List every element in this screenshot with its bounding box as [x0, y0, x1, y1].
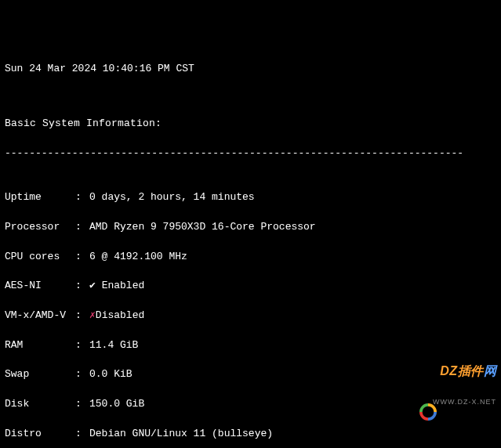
label-aes-ni: AES-NI	[5, 279, 75, 294]
value-swap: 0.0 KiB	[89, 367, 133, 382]
colon: :	[75, 309, 89, 323]
row-ram: RAM: 11.4 GiB	[5, 338, 496, 353]
divider: ----------------------------------------…	[5, 146, 496, 161]
value-distro: Debian GNU/Linux 11 (bullseye)	[89, 427, 273, 442]
value-cpu-cores: 6 @ 4192.100 MHz	[89, 250, 187, 265]
row-swap: Swap: 0.0 KiB	[5, 367, 496, 382]
row-cpu-cores: CPU cores: 6 @ 4192.100 MHz	[5, 250, 496, 265]
value-ram: 11.4 GiB	[89, 338, 138, 353]
row-distro: Distro: Debian GNU/Linux 11 (bullseye)	[5, 427, 496, 442]
colon: :	[75, 367, 89, 382]
row-virt: VM-x/AMD-V: ✗Disabled	[5, 309, 496, 323]
colon: :	[75, 279, 89, 294]
value-aes-ni: Enabled	[96, 279, 144, 294]
colon: :	[75, 397, 89, 412]
row-disk: Disk: 150.0 GiB	[5, 397, 496, 412]
label-disk: Disk	[5, 397, 75, 412]
label-cpu-cores: CPU cores	[5, 250, 75, 265]
cross-icon: ✗	[89, 309, 96, 323]
colon: :	[75, 250, 89, 265]
label-processor: Processor	[5, 220, 75, 235]
label-uptime: Uptime	[5, 190, 75, 205]
colon: :	[75, 427, 89, 442]
colon: :	[75, 220, 89, 235]
label-virt: VM-x/AMD-V	[5, 309, 75, 323]
row-uptime: Uptime: 0 days, 2 hours, 14 minutes	[5, 190, 496, 205]
check-icon: ✔	[89, 279, 96, 294]
timestamp: Sun 24 Mar 2024 10:40:16 PM CST	[5, 62, 496, 77]
value-disk: 150.0 GiB	[89, 397, 144, 412]
colon: :	[75, 190, 89, 205]
label-distro: Distro	[5, 427, 75, 442]
value-uptime: 0 days, 2 hours, 14 minutes	[89, 190, 255, 205]
value-processor: AMD Ryzen 9 7950X3D 16-Core Processor	[89, 220, 316, 235]
section-basic-title: Basic System Information:	[5, 117, 496, 132]
row-processor: Processor: AMD Ryzen 9 7950X3D 16-Core P…	[5, 220, 496, 235]
value-virt: Disabled	[96, 309, 144, 323]
row-aes-ni: AES-NI: ✔ Enabled	[5, 279, 496, 294]
colon: :	[75, 338, 89, 353]
label-ram: RAM	[5, 338, 75, 353]
label-swap: Swap	[5, 367, 75, 382]
